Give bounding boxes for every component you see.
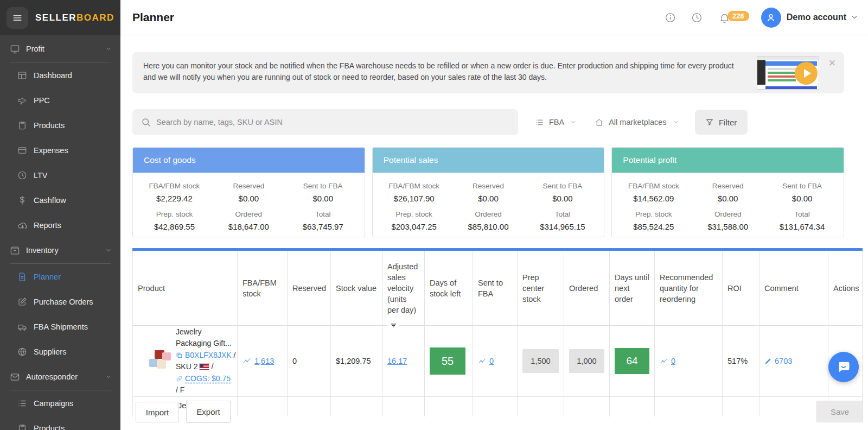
table-row-partial: Jewelry Blue bbox=[132, 397, 863, 416]
sidebar-item-campaigns[interactable]: Campaigns bbox=[0, 391, 120, 416]
sidebar-item-autoresponder[interactable]: Autoresponder bbox=[0, 364, 120, 389]
dollar-icon bbox=[17, 195, 28, 205]
topbar: Planner 226 Demo account bbox=[120, 0, 868, 35]
col-header-roi[interactable]: ROI bbox=[723, 251, 760, 326]
col-header-days-of-stock-left[interactable]: Days of stock left bbox=[425, 251, 473, 326]
ordered-cell: 1,000 bbox=[564, 326, 610, 397]
stat: Total$131,674.34 bbox=[765, 210, 839, 231]
card-title: Potential profit bbox=[612, 148, 844, 173]
sidebar-item-fba-shipments[interactable]: FBA Shipments bbox=[0, 314, 120, 339]
sidebar-item-dashboard[interactable]: Dashboard bbox=[0, 63, 120, 88]
product-title-line1[interactable]: Jewelry bbox=[176, 326, 235, 338]
sidebar: SELLERBOARD Profit Dashboard PPC Product… bbox=[0, 0, 120, 430]
col-header-adjusted-sales-velocity[interactable]: Adjusted sales velocity (units per day) bbox=[382, 251, 425, 326]
prep-center-stock-value[interactable]: 1,500 bbox=[522, 349, 559, 373]
divider bbox=[10, 263, 111, 264]
ordered-value[interactable]: 1,000 bbox=[569, 349, 604, 373]
list-icon bbox=[17, 399, 28, 408]
sent-to-fba-link[interactable]: 0 bbox=[489, 357, 494, 365]
avatar[interactable] bbox=[761, 8, 781, 28]
fba-fbm-stock-link[interactable]: 1,613 bbox=[254, 357, 274, 365]
person-icon bbox=[765, 12, 776, 23]
pencil-icon bbox=[764, 357, 772, 365]
toolbar: FBA All marketplaces Filter bbox=[132, 109, 868, 135]
account-name[interactable]: Demo account bbox=[787, 12, 846, 22]
hamburger-icon bbox=[12, 12, 23, 23]
stat: Sent to FBA$0.00 bbox=[525, 182, 599, 203]
sidebar-item-suppliers[interactable]: Suppliers bbox=[0, 339, 120, 364]
prep-center-stock-cell: 1,500 bbox=[518, 326, 564, 397]
col-header-product[interactable]: Product bbox=[132, 251, 238, 326]
product-cell: Jewelry Packaging Gift... B0XLFX8JXK / S… bbox=[132, 326, 238, 397]
product-title-line2[interactable]: Packaging Gift... bbox=[176, 338, 235, 350]
stat: FBA/FBM stock$26,107.90 bbox=[377, 182, 451, 203]
sidebar-item-ppc[interactable]: PPC bbox=[0, 88, 120, 113]
export-button[interactable]: Export bbox=[186, 401, 231, 423]
stat: Sent to FBA$0.00 bbox=[286, 182, 360, 203]
copy-icon[interactable] bbox=[176, 352, 183, 359]
col-header-recommended-quantity[interactable]: Recommended quantity for reordering bbox=[655, 251, 723, 326]
trend-icon bbox=[478, 357, 486, 365]
col-header-reserved[interactable]: Reserved bbox=[288, 251, 331, 326]
filter-button[interactable]: Filter bbox=[695, 110, 748, 135]
stat: Prep. stock$85,524.25 bbox=[616, 210, 691, 231]
adjusted-sales-velocity-cell: 16.17 bbox=[382, 326, 425, 397]
comment-link[interactable]: 6703 bbox=[764, 357, 792, 365]
product-asin[interactable]: B0XLFX8JXK bbox=[185, 350, 232, 362]
product-image[interactable] bbox=[148, 349, 172, 373]
sidebar-item-products-autoresponder[interactable]: Products bbox=[0, 416, 120, 430]
sidebar-item-planner[interactable]: Planner bbox=[0, 264, 120, 289]
divider bbox=[10, 390, 111, 390]
sidebar-item-profit[interactable]: Profit bbox=[0, 36, 120, 61]
chat-widget-button[interactable] bbox=[828, 352, 859, 382]
cogs-link[interactable]: COGS: $0.75 bbox=[185, 373, 231, 385]
summary-cards: Cost of goods FBA/FBM stock$2,229.42 Res… bbox=[132, 147, 844, 237]
col-header-comment[interactable]: Comment bbox=[760, 251, 828, 326]
clipboard-icon bbox=[17, 423, 28, 430]
info-icon[interactable] bbox=[665, 12, 676, 23]
recommended-quantity-link[interactable]: 0 bbox=[671, 357, 675, 365]
sellerboard-logo[interactable]: SELLERBOARD bbox=[35, 12, 114, 23]
card-potential-sales: Potential sales FBA/FBM stock$26,107.90 … bbox=[372, 147, 605, 237]
sidebar-item-reports[interactable]: Reports bbox=[0, 213, 120, 238]
content: Here you can monitor your stock and be n… bbox=[120, 36, 868, 430]
sidebar-item-inventory[interactable]: Inventory bbox=[0, 238, 120, 263]
search-input[interactable] bbox=[156, 118, 509, 127]
fulfillment-dropdown[interactable]: FBA bbox=[535, 118, 577, 127]
edit-icon bbox=[17, 297, 28, 307]
sidebar-item-ltv[interactable]: LTV bbox=[0, 163, 120, 188]
home-icon bbox=[595, 118, 604, 127]
marketplace-dropdown[interactable]: All marketplaces bbox=[595, 118, 679, 127]
velocity-link[interactable]: 16.17 bbox=[387, 357, 407, 365]
col-header-sent-to-fba[interactable]: Sent to FBA bbox=[473, 251, 518, 326]
sidebar-item-expenses[interactable]: Expenses bbox=[0, 138, 120, 163]
stock-value-cell: $1,209.75 bbox=[331, 326, 382, 397]
filter-list-icon[interactable] bbox=[388, 322, 399, 329]
col-header-stock-value[interactable]: Stock value bbox=[331, 251, 382, 326]
close-icon[interactable]: ✕ bbox=[828, 58, 836, 69]
import-button[interactable]: Import bbox=[136, 402, 179, 422]
reserved-cell: 0 bbox=[288, 326, 331, 397]
col-header-fba-fbm-stock[interactable]: FBA/FBM stock bbox=[238, 251, 288, 326]
stat: Prep. stock$203,047.25 bbox=[377, 210, 451, 231]
col-header-days-until-next-order[interactable]: Days until next order bbox=[610, 251, 655, 326]
sidebar-item-products[interactable]: Products bbox=[0, 113, 120, 138]
truck-icon bbox=[17, 322, 28, 332]
col-header-prep-center-stock[interactable]: Prep center stock bbox=[518, 251, 564, 326]
play-button-icon[interactable] bbox=[795, 62, 818, 85]
roi-cell: 517% bbox=[723, 326, 760, 397]
planner-table: Product FBA/FBM stock Reserved Stock val… bbox=[132, 248, 863, 416]
card-cost-of-goods: Cost of goods FBA/FBM stock$2,229.42 Res… bbox=[132, 147, 365, 237]
save-button[interactable]: Save bbox=[816, 401, 863, 422]
sidebar-item-cashflow[interactable]: Cashflow bbox=[0, 188, 120, 213]
tutorial-video-thumbnail[interactable] bbox=[757, 56, 819, 90]
hamburger-menu-button[interactable] bbox=[7, 7, 28, 29]
chevron-down-icon bbox=[105, 247, 112, 254]
stat: Prep. stock$42,869.55 bbox=[137, 210, 212, 231]
history-icon[interactable] bbox=[691, 12, 703, 23]
sidebar-item-purchase-orders[interactable]: Purchase Orders bbox=[0, 289, 120, 314]
col-header-ordered[interactable]: Ordered bbox=[564, 251, 610, 326]
sent-to-fba-cell: 0 bbox=[473, 326, 518, 397]
notifications-button[interactable]: 226 bbox=[719, 12, 749, 23]
chevron-down-icon[interactable] bbox=[851, 14, 858, 21]
